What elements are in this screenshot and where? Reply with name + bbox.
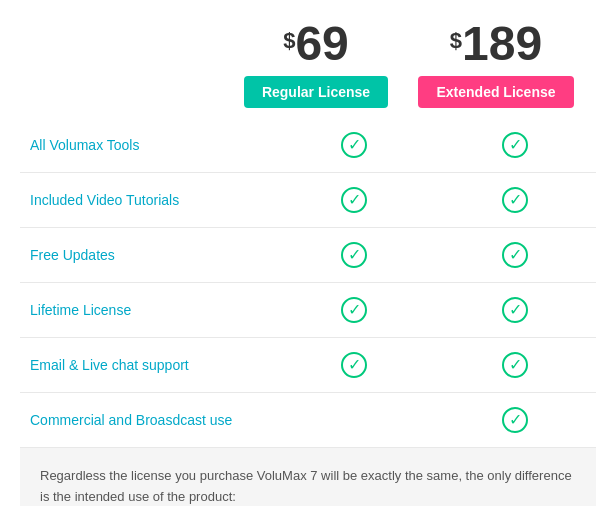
- check-icon: ✓: [502, 187, 528, 213]
- features-table: All Volumax Tools ✓ ✓ Included Video Tut…: [20, 118, 596, 448]
- check-icon: ✓: [502, 132, 528, 158]
- check-icon: ✓: [502, 352, 528, 378]
- check-icon: ✓: [502, 242, 528, 268]
- table-row: All Volumax Tools ✓ ✓: [20, 118, 596, 173]
- feature-name: Commercial and Broasdcast use: [20, 393, 274, 448]
- regular-license-badge[interactable]: Regular License: [244, 76, 388, 108]
- feature-name: All Volumax Tools: [20, 118, 274, 173]
- extended-badge[interactable]: Extended License: [406, 76, 586, 108]
- regular-check-5: [274, 393, 435, 448]
- extended-check-5: ✓: [435, 393, 596, 448]
- extended-currency: $: [450, 30, 462, 52]
- extended-check-4: ✓: [435, 338, 596, 393]
- regular-currency: $: [283, 30, 295, 52]
- footer-intro: Regardless the license you purchase Volu…: [40, 466, 576, 506]
- feature-name: Included Video Tutorials: [20, 173, 274, 228]
- regular-price: $69: [226, 20, 406, 68]
- table-row: Free Updates ✓ ✓: [20, 228, 596, 283]
- check-icon: ✓: [341, 242, 367, 268]
- feature-name: Email & Live chat support: [20, 338, 274, 393]
- regular-badge[interactable]: Regular License: [226, 76, 406, 108]
- regular-check-0: ✓: [274, 118, 435, 173]
- table-row: Lifetime License ✓ ✓: [20, 283, 596, 338]
- regular-check-4: ✓: [274, 338, 435, 393]
- extended-plan-col: $189 Extended License: [406, 20, 586, 108]
- table-row: Email & Live chat support ✓ ✓: [20, 338, 596, 393]
- extended-price: $189: [406, 20, 586, 68]
- check-icon: ✓: [502, 407, 528, 433]
- feature-name: Lifetime License: [20, 283, 274, 338]
- check-icon: ✓: [341, 132, 367, 158]
- regular-check-3: ✓: [274, 283, 435, 338]
- table-row: Commercial and Broasdcast use ✓: [20, 393, 596, 448]
- check-icon: ✓: [502, 297, 528, 323]
- check-icon: ✓: [341, 352, 367, 378]
- footer-note: Regardless the license you purchase Volu…: [20, 448, 596, 506]
- table-row: Included Video Tutorials ✓ ✓: [20, 173, 596, 228]
- pricing-container: $69 Regular License $189 Extended Licens…: [0, 0, 616, 506]
- extended-check-1: ✓: [435, 173, 596, 228]
- pricing-header: $69 Regular License $189 Extended Licens…: [20, 20, 596, 108]
- extended-check-0: ✓: [435, 118, 596, 173]
- regular-plan-col: $69 Regular License: [226, 20, 406, 108]
- extended-license-badge[interactable]: Extended License: [418, 76, 573, 108]
- check-icon: ✓: [341, 297, 367, 323]
- regular-check-1: ✓: [274, 173, 435, 228]
- feature-name: Free Updates: [20, 228, 274, 283]
- check-icon: ✓: [341, 187, 367, 213]
- extended-check-2: ✓: [435, 228, 596, 283]
- regular-check-2: ✓: [274, 228, 435, 283]
- extended-check-3: ✓: [435, 283, 596, 338]
